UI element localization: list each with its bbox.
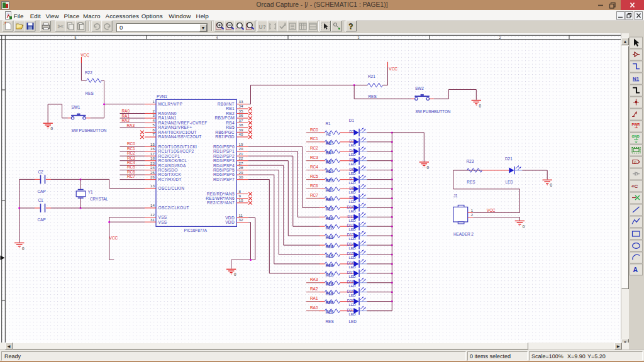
svg-text:RE0/RD*/AN5: RE0/RD*/AN5 [207, 192, 235, 196]
svg-text:34: 34 [239, 104, 243, 108]
svg-text:RC7: RC7 [310, 193, 318, 197]
svg-text:VSS: VSS [158, 215, 167, 219]
svg-text:LED: LED [349, 265, 356, 269]
svg-text:28: 28 [239, 165, 243, 170]
svg-text:RD5/PSP5: RD5/PSP5 [213, 168, 235, 172]
svg-text:2: 2 [153, 109, 155, 113]
svg-text:D21: D21 [347, 308, 355, 312]
svg-text:D6: D6 [349, 167, 355, 172]
svg-text:RD1/PSP1: RD1/PSP1 [213, 149, 235, 153]
svg-text:RES: RES [326, 169, 334, 173]
svg-text:RC6: RC6 [310, 184, 318, 188]
svg-text:D9: D9 [349, 195, 355, 200]
svg-text:0: 0 [523, 224, 525, 229]
svg-text:D5: D5 [349, 158, 355, 162]
svg-text:RES: RES [326, 150, 334, 155]
svg-text:LED: LED [349, 228, 356, 231]
svg-text:RES: RES [326, 207, 334, 211]
svg-text:RES: RES [326, 226, 334, 230]
svg-text:RA1: RA1 [310, 296, 318, 300]
svg-text:OSC1/CLKIN: OSC1/CLKIN [158, 186, 185, 190]
svg-text:RD0/PSP0: RD0/PSP0 [213, 145, 235, 149]
svg-text:LED: LED [349, 246, 356, 250]
svg-text:RES: RES [369, 94, 377, 99]
svg-text:23: 23 [150, 161, 155, 165]
svg-text:D4: D4 [349, 148, 355, 153]
svg-text:RES: RES [326, 263, 334, 268]
svg-text:RC6/TX/CK: RC6/TX/CK [158, 172, 182, 177]
svg-text:D8: D8 [349, 186, 355, 190]
svg-text:7: 7 [153, 132, 155, 136]
svg-text:RD3/PSP3: RD3/PSP3 [213, 158, 235, 163]
svg-text:N1: N1 [633, 76, 640, 82]
svg-text:D19: D19 [347, 289, 355, 293]
svg-text:D3: D3 [349, 139, 355, 143]
svg-text:D14: D14 [347, 242, 355, 246]
svg-text:RD6/PSP6: RD6/PSP6 [213, 172, 235, 177]
svg-text:0: 0 [51, 126, 53, 131]
svg-text:33: 33 [239, 99, 243, 104]
svg-text:24: 24 [150, 165, 155, 170]
svg-text:VDD: VDD [225, 220, 235, 224]
svg-text:LED: LED [349, 162, 356, 166]
svg-text:D7: D7 [349, 177, 355, 181]
svg-text:3: 3 [153, 113, 155, 118]
svg-text:RC5: RC5 [310, 174, 318, 178]
svg-text:RES: RES [326, 282, 334, 286]
svg-text:4: 4 [153, 118, 155, 123]
svg-text:RC2: RC2 [310, 146, 318, 150]
svg-text:RB2: RB2 [226, 111, 235, 116]
svg-text:RES: RES [326, 310, 334, 314]
svg-text:D13: D13 [347, 233, 355, 237]
svg-text:HEADER 2: HEADER 2 [453, 232, 474, 236]
svg-text:35: 35 [239, 109, 243, 113]
svg-text:LED: LED [349, 275, 356, 278]
svg-text:15: 15 [150, 142, 155, 146]
svg-text:LED: LED [349, 200, 356, 204]
svg-text:SW1: SW1 [72, 105, 80, 109]
svg-text:RES: RES [326, 300, 334, 305]
svg-text:RB0/INT: RB0/INT [218, 102, 235, 106]
svg-text:16: 16 [150, 146, 155, 151]
svg-text:RA5/AN4/SS*/C2OUT: RA5/AN4/SS*/C2OUT [158, 134, 202, 139]
svg-text:17: 17 [150, 151, 155, 156]
svg-text:3: 3 [358, 36, 360, 40]
svg-text:RB6/PGC: RB6/PGC [215, 130, 235, 134]
svg-text:MCLR*/VPP: MCLR*/VPP [158, 102, 183, 106]
svg-text:P: P [634, 161, 636, 165]
svg-text:OSC2/CLKOUT: OSC2/CLKOUT [158, 206, 189, 210]
svg-text:LED: LED [349, 181, 356, 185]
svg-text:RC4: RC4 [310, 165, 318, 169]
svg-text:RB7/PGD: RB7/PGD [215, 134, 235, 139]
svg-text:22: 22 [239, 156, 243, 160]
svg-text:RES: RES [326, 141, 334, 145]
svg-text:LED: LED [349, 209, 356, 213]
svg-text:RES: RES [326, 273, 334, 277]
svg-text:LED: LED [349, 143, 356, 147]
svg-text:LED: LED [349, 293, 356, 297]
svg-text:SW PUSHBUTTON: SW PUSHBUTTON [72, 128, 107, 133]
svg-text:LED: LED [349, 172, 356, 175]
svg-text:RC5/SDO: RC5/SDO [158, 168, 178, 172]
svg-text:1: 1 [153, 99, 155, 104]
svg-text:PVN1: PVN1 [157, 94, 167, 99]
svg-text:D10: D10 [347, 205, 355, 209]
svg-text:0: 0 [22, 246, 25, 251]
svg-text:RES: RES [326, 197, 334, 202]
svg-text:RC3: RC3 [127, 156, 135, 160]
svg-text:RC0/T1OSO/T1CKI: RC0/T1OSO/T1CKI [158, 145, 197, 149]
svg-text:4: 4 [216, 36, 218, 40]
svg-text:25: 25 [150, 170, 155, 175]
svg-text:10: 10 [239, 198, 243, 202]
svg-text:40: 40 [239, 132, 243, 136]
svg-text:2: 2 [499, 36, 501, 40]
svg-text:RD2/PSP2: RD2/PSP2 [213, 154, 235, 158]
svg-text:LED: LED [506, 180, 514, 184]
svg-text:D2: D2 [349, 129, 355, 134]
svg-text:21: 21 [239, 151, 243, 156]
svg-text:RD7/PSP7: RD7/PSP7 [213, 177, 235, 182]
svg-text:RA0/AN0: RA0/AN0 [158, 111, 177, 116]
svg-text:RES: RES [326, 178, 334, 183]
svg-text:«C: «C [631, 184, 638, 189]
svg-text:RA2: RA2 [122, 118, 130, 123]
